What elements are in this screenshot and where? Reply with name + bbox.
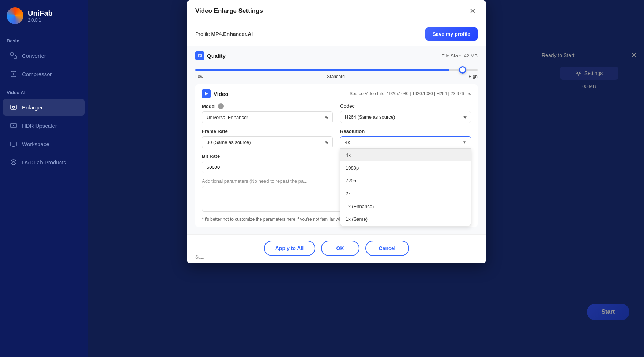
hdr-icon xyxy=(10,122,18,130)
converter-icon xyxy=(10,52,18,60)
modal-close-button[interactable]: ✕ xyxy=(467,6,478,16)
modal-body: Quality File Size: 42 MB Low Standard Hi… xyxy=(187,46,486,234)
svg-rect-3 xyxy=(11,105,16,109)
workspace-icon xyxy=(10,140,18,148)
sidebar-item-workspace[interactable]: Workspace xyxy=(3,135,85,152)
framerate-chevron: ▼ xyxy=(324,140,328,144)
framerate-select-wrapper: 30 (Same as source) ▼ xyxy=(202,136,333,148)
quality-section-header: Quality File Size: 42 MB xyxy=(195,46,478,64)
framerate-select[interactable]: 30 (Same as source) ▼ xyxy=(202,136,333,148)
resolution-chevron: ▼ xyxy=(463,140,466,144)
sidebar-item-hdr-upscaler[interactable]: HDR Upscaler xyxy=(3,117,85,134)
settings-modal: Video Enlarge Settings ✕ Profile MP4.Enh… xyxy=(187,0,486,263)
form-grid: Model i Universal Enhancer ▼ xyxy=(202,103,471,148)
resolution-option-1x-same[interactable]: 1x (Same) xyxy=(340,213,471,226)
hdr-label: HDR Upscaler xyxy=(22,123,57,129)
quality-slider-labels: Low Standard High xyxy=(195,74,478,79)
codec-chevron: ▼ xyxy=(463,115,466,119)
file-size-info: File Size: 42 MB xyxy=(442,53,478,59)
resolution-group: Resolution 4k ▼ 4k 1080p 720p 2x xyxy=(340,129,471,148)
framerate-group: Frame Rate 30 (Same as source) ▼ xyxy=(202,129,333,148)
codec-group: Codec H264 (Same as source) ▼ xyxy=(340,103,471,123)
svg-point-4 xyxy=(12,106,15,108)
enlarger-label: Enlarger xyxy=(22,104,43,111)
quality-high-label: High xyxy=(468,74,478,79)
app-version: 2.0.0.1 xyxy=(28,18,53,23)
enlarger-icon xyxy=(10,103,18,111)
video-section-header: Video Source Video Info: 1920x1080 | 192… xyxy=(202,89,471,98)
model-label: Model i xyxy=(202,103,333,109)
compressor-label: Compressor xyxy=(22,71,52,77)
logo-icon xyxy=(7,7,23,24)
profile-row: Profile MP4.Enhancer.AI Save my profile xyxy=(187,22,486,46)
quality-slider-thumb[interactable] xyxy=(459,66,466,74)
resolution-select-header[interactable]: 4k ▼ xyxy=(340,136,471,148)
converter-label: Converter xyxy=(22,53,46,59)
resolution-option-4k[interactable]: 4k xyxy=(340,149,471,161)
modal-overlay: Video Enlarge Settings ✕ Profile MP4.Enh… xyxy=(88,0,644,357)
svg-point-7 xyxy=(11,160,16,165)
resolution-option-2x[interactable]: 2x xyxy=(340,187,471,200)
sidebar-item-dvdfab[interactable]: DVDFab Products xyxy=(3,154,85,171)
resolution-option-1080p[interactable]: 1080p xyxy=(340,161,471,174)
quality-slider-container: Low Standard High xyxy=(195,64,478,81)
apply-all-button[interactable]: Apply to All xyxy=(264,241,315,256)
main-area: ≡ — □ ✕ Ready to Start ✕ Settings 00 MB … xyxy=(88,0,644,357)
svg-rect-1 xyxy=(14,56,16,59)
logo-text: UniFab 2.0.0.1 xyxy=(28,9,53,23)
modal-title: Video Enlarge Settings xyxy=(195,7,263,15)
model-select-wrapper: Universal Enhancer ▼ xyxy=(202,111,333,123)
app-name: UniFab xyxy=(28,9,53,18)
model-group: Model i Universal Enhancer ▼ xyxy=(202,103,333,123)
cancel-button[interactable]: Cancel xyxy=(365,241,409,256)
ok-button[interactable]: OK xyxy=(321,241,359,256)
dvdfab-label: DVDFab Products xyxy=(22,159,66,166)
source-info: Source Video Info: 1920x1080 | 1920:1080… xyxy=(350,91,471,96)
resolution-option-1x-enhance[interactable]: 1x (Enhance) xyxy=(340,200,471,213)
modal-footer: Apply to All OK Cancel xyxy=(187,234,486,263)
codec-select[interactable]: H264 (Same as source) ▼ xyxy=(340,111,471,123)
framerate-label: Frame Rate xyxy=(202,129,333,134)
workspace-label: Workspace xyxy=(22,141,49,147)
resolution-dropdown: 4k 1080p 720p 2x 1x (Enhance) 1x (Same) xyxy=(340,148,471,226)
sidebar-item-converter[interactable]: Converter xyxy=(3,47,85,64)
svg-rect-6 xyxy=(11,142,16,146)
svg-rect-0 xyxy=(11,53,13,55)
video-section-title: Video xyxy=(202,89,229,98)
codec-select-wrapper: H264 (Same as source) ▼ xyxy=(340,111,471,123)
sidebar-item-compressor[interactable]: Compressor xyxy=(3,66,85,82)
dvdfab-icon xyxy=(10,158,18,166)
quality-low-label: Low xyxy=(195,74,203,79)
quality-section-title: Quality xyxy=(195,51,226,60)
model-info-icon[interactable]: i xyxy=(218,103,224,109)
profile-label: Profile MP4.Enhancer.AI xyxy=(195,31,253,37)
logo-area: UniFab 2.0.0.1 xyxy=(0,0,88,31)
sidebar: UniFab 2.0.0.1 Basic Converter Compresso… xyxy=(0,0,88,357)
save-bottom-label: Sa... xyxy=(187,251,213,263)
basic-section-label: Basic xyxy=(0,31,88,47)
modal-header: Video Enlarge Settings ✕ xyxy=(187,0,486,22)
codec-label: Codec xyxy=(340,103,471,109)
videoai-section-label: Video AI xyxy=(0,83,88,98)
quality-standard-label: Standard xyxy=(327,74,345,79)
video-play-icon xyxy=(202,89,211,98)
compressor-icon xyxy=(10,70,18,78)
quality-slider-track[interactable] xyxy=(195,69,478,71)
resolution-label: Resolution xyxy=(340,129,471,134)
model-chevron: ▼ xyxy=(324,115,328,119)
model-select[interactable]: Universal Enhancer ▼ xyxy=(202,111,333,123)
resolution-option-720p[interactable]: 720p xyxy=(340,174,471,187)
profile-name: MP4.Enhancer.AI xyxy=(211,31,253,37)
video-section: Video Source Video Info: 1920x1080 | 192… xyxy=(195,84,478,227)
svg-point-8 xyxy=(13,161,14,163)
save-profile-button[interactable]: Save my profile xyxy=(425,27,478,41)
sidebar-item-enlarger[interactable]: Enlarger xyxy=(3,99,85,116)
svg-marker-11 xyxy=(205,92,208,96)
quality-icon xyxy=(195,51,204,60)
